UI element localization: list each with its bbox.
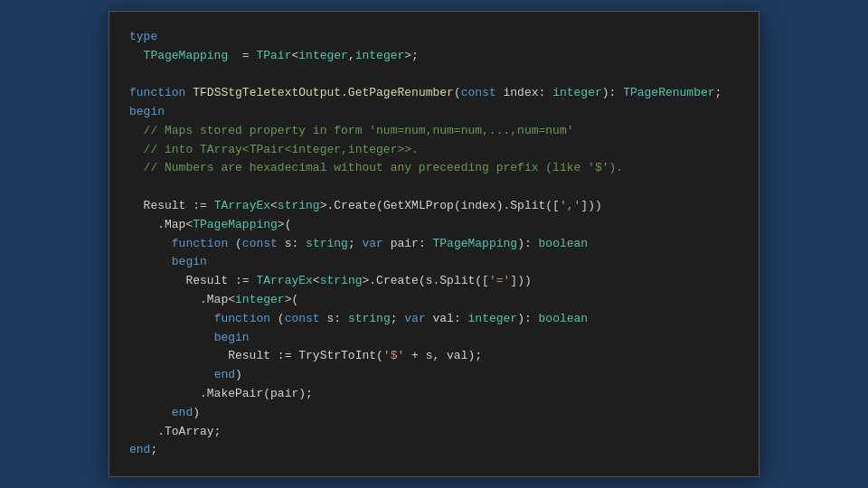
code-line-20: .MakePair(pair); [129, 385, 739, 404]
code-line-22: .ToArray; [129, 423, 739, 442]
code-line-3 [129, 65, 739, 84]
code-line-13: begin [129, 253, 739, 272]
code-line-15: .Map<integer>( [129, 291, 739, 310]
code-line-12: function (const s: string; var pair: TPa… [129, 235, 739, 254]
code-line-6: // Maps stored property in form 'num=num… [129, 122, 739, 141]
code-line-2: TPageMapping = TPair<integer,integer>; [129, 47, 739, 66]
code-line-10: Result := TArrayEx<string>.Create(GetXML… [129, 197, 739, 216]
code-line-8: // Numbers are hexadecimal without any p… [129, 159, 739, 178]
code-editor: type TPageMapping = TPair<integer,intege… [108, 11, 760, 477]
code-line-16: function (const s: string; var val: inte… [129, 310, 739, 329]
code-line-18: Result := TryStrToInt('$' + s, val); [129, 347, 739, 366]
code-line-5: begin [129, 103, 739, 122]
code-line-9 [129, 178, 739, 197]
code-line-21: end) [129, 404, 739, 423]
code-line-23: end; [129, 441, 739, 460]
code-line-14: Result := TArrayEx<string>.Create(s.Spli… [129, 272, 739, 291]
code-line-1: type [129, 28, 739, 47]
code-line-7: // into TArray<TPair<integer,integer>>. [129, 141, 739, 160]
code-line-11: .Map<TPageMapping>( [129, 216, 739, 235]
code-line-4: function TFDSStgTeletextOutput.GetPageRe… [129, 84, 739, 103]
code-line-17: begin [129, 329, 739, 348]
code-line-19: end) [129, 366, 739, 385]
